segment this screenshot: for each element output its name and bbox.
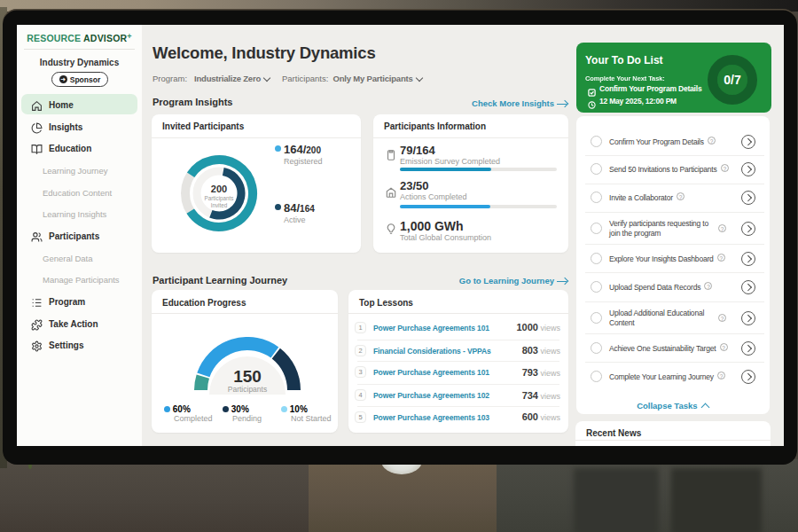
svg-text:Invited: Invited [211,202,228,208]
svg-text:Participants: Participants [205,195,234,202]
svg-text:200: 200 [211,184,227,194]
svg-text:0/7: 0/7 [724,73,741,87]
